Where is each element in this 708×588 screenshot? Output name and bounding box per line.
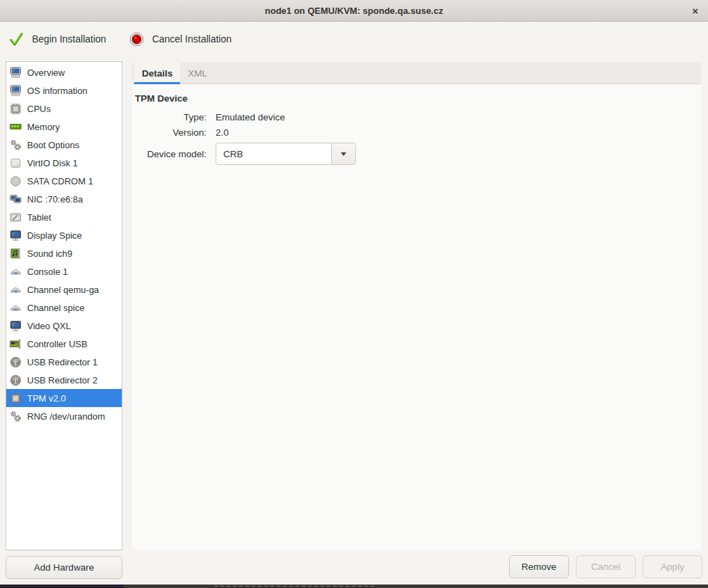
disk-icon	[10, 157, 22, 169]
panel-heading: TPM Device	[135, 93, 701, 104]
titlebar: node1 on QEMU/KVM: sponde.qa.suse.cz ×	[0, 0, 708, 22]
version-label: Version:	[135, 127, 207, 138]
computer-icon	[10, 85, 22, 97]
sidebar-item-label: Sound ich9	[27, 248, 72, 259]
usb-card-icon	[10, 338, 22, 350]
vm-details-window: node1 on QEMU/KVM: sponde.qa.suse.cz × B…	[0, 0, 708, 588]
sound-icon	[10, 248, 22, 260]
sidebar-item-label: VirtIO Disk 1	[27, 158, 78, 168]
tab-details-label: Details	[142, 68, 172, 79]
sidebar-item-usb-redirector-1[interactable]: USB Redirector 1	[6, 353, 122, 371]
sidebar-item-video-qxl[interactable]: Video QXL	[6, 317, 122, 335]
sidebar-item-label: Channel spice	[27, 303, 84, 313]
memory-icon	[10, 121, 22, 133]
cancel-installation-button[interactable]: Cancel Installation	[129, 31, 232, 47]
remove-label: Remove	[522, 562, 556, 572]
sidebar-item-tpm-v2[interactable]: TPM v2.0	[6, 389, 122, 407]
field-row-version: Version: 2.0	[135, 127, 701, 138]
video-icon	[10, 320, 22, 332]
device-model-label: Device model:	[135, 149, 207, 159]
cancel-label: Cancel	[591, 562, 620, 572]
window-title: node1 on QEMU/KVM: sponde.qa.suse.cz	[265, 6, 443, 16]
apply-button: Apply	[643, 555, 702, 578]
sidebar-item-memory[interactable]: Memory	[6, 118, 122, 136]
begin-installation-label: Begin Installation	[32, 33, 106, 45]
stop-icon	[129, 31, 145, 47]
sidebar-item-label: SATA CDROM 1	[27, 176, 93, 186]
cpu-icon	[10, 103, 22, 115]
tab-xml-label: XML	[188, 68, 207, 79]
sidebar-item-sata-cdrom-1[interactable]: SATA CDROM 1	[6, 172, 122, 190]
sidebar-item-label: Overview	[27, 67, 65, 78]
sidebar-item-channel-spice[interactable]: Channel spice	[6, 299, 122, 317]
sidebar-item-display-spice[interactable]: Display Spice	[6, 226, 122, 244]
device-model-combobox[interactable]: CRB	[216, 143, 356, 165]
sidebar-item-label: CPUs	[27, 104, 51, 114]
field-row-device-model: Device model: CRB	[135, 143, 701, 165]
sidebar-item-label: Tablet	[27, 212, 51, 223]
sidebar-item-label: Channel qemu-ga	[27, 285, 99, 295]
field-row-type: Type: Emulated device	[135, 112, 701, 122]
sidebar-item-label: USB Redirector 2	[27, 375, 97, 386]
version-value: 2.0	[216, 127, 229, 138]
add-hardware-button[interactable]: Add Hardware	[6, 556, 122, 579]
add-hardware-label: Add Hardware	[34, 562, 94, 573]
sidebar-item-label: RNG /dev/urandom	[27, 411, 105, 422]
sidebar-item-console-1[interactable]: Console 1	[6, 262, 122, 280]
sidebar-item-label: Display Spice	[27, 230, 82, 241]
sidebar-item-cpus[interactable]: CPUs	[6, 100, 122, 118]
sidebar-item-usb-redirector-2[interactable]: USB Redirector 2	[6, 371, 122, 389]
type-label: Type:	[135, 112, 207, 122]
sidebar-item-controller-usb[interactable]: Controller USB	[6, 335, 122, 353]
sidebar-item-label: Console 1	[27, 267, 68, 277]
sidebar-item-sound-ich9[interactable]: Sound ich9	[6, 244, 122, 262]
serial-device-icon	[10, 302, 22, 314]
tab-details[interactable]: Details	[134, 63, 180, 84]
details-notebook: Details XML TPM Device Type: Emulated de…	[132, 63, 701, 550]
tpm-device-panel: TPM Device Type: Emulated device Version…	[132, 84, 701, 165]
footer-action-buttons: Remove Cancel Apply	[509, 555, 702, 578]
background-window-edge-text-hint	[214, 585, 374, 587]
sidebar-item-virtio-disk-1[interactable]: VirtIO Disk 1	[6, 154, 122, 172]
tablet-icon	[10, 212, 22, 223]
sidebar-item-label: OS information	[27, 86, 88, 96]
cancel-button: Cancel	[576, 555, 636, 578]
chevron-down-icon	[341, 152, 346, 156]
sidebar-item-channel-qemu-ga[interactable]: Channel qemu-ga	[6, 280, 122, 299]
sidebar-item-os-information[interactable]: OS information	[6, 81, 122, 100]
background-window-edge-right	[124, 585, 708, 588]
remove-button[interactable]: Remove	[509, 555, 569, 578]
tpm-chip-icon	[10, 392, 22, 404]
begin-installation-button[interactable]: Begin Installation	[8, 31, 106, 47]
sidebar-item-overview[interactable]: Overview	[6, 63, 122, 81]
sidebar-item-label: Memory	[27, 122, 60, 132]
combobox-dropdown-button[interactable]	[331, 143, 355, 164]
tab-bar: Details XML	[132, 63, 701, 84]
gears-icon	[10, 139, 22, 151]
sidebar-item-label: USB Redirector 1	[27, 357, 97, 367]
computer-icon	[10, 67, 22, 79]
usb-icon	[10, 356, 22, 368]
gears-icon	[10, 411, 22, 422]
close-icon[interactable]: ×	[686, 0, 704, 21]
network-icon	[10, 193, 22, 205]
checkmark-icon	[8, 31, 24, 47]
tab-xml[interactable]: XML	[180, 63, 215, 84]
sidebar-item-tablet[interactable]: Tablet	[6, 208, 122, 226]
sidebar-item-label: NIC :70:e6:8a	[27, 194, 83, 205]
sidebar-item-label: Boot Options	[27, 140, 79, 150]
cancel-installation-label: Cancel Installation	[152, 33, 232, 45]
sidebar-item-label: TPM v2.0	[27, 393, 66, 404]
type-value: Emulated device	[216, 112, 285, 122]
usb-icon	[10, 374, 22, 386]
display-icon	[10, 230, 22, 241]
cdrom-icon	[10, 175, 22, 187]
device-model-value: CRB	[216, 143, 331, 164]
sidebar-item-boot-options[interactable]: Boot Options	[6, 136, 122, 154]
serial-device-icon	[10, 284, 22, 296]
sidebar-item-label: Video QXL	[27, 321, 71, 331]
apply-label: Apply	[661, 562, 684, 572]
sidebar-item-rng[interactable]: RNG /dev/urandom	[6, 407, 122, 425]
sidebar-item-nic[interactable]: NIC :70:e6:8a	[6, 190, 122, 208]
serial-device-icon	[10, 266, 22, 278]
